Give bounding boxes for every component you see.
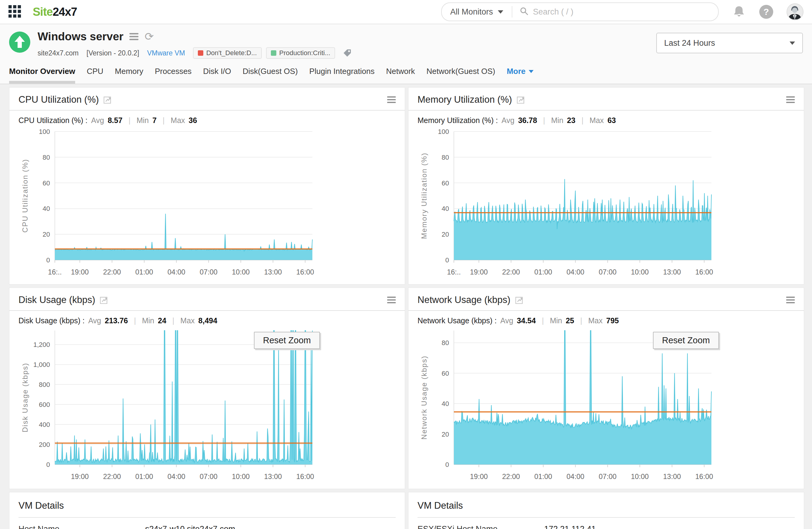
svg-text:07:00: 07:00 bbox=[599, 473, 617, 481]
monitor-title: Windows server bbox=[38, 30, 123, 43]
svg-text:01:00: 01:00 bbox=[135, 473, 153, 481]
tab-more[interactable]: More bbox=[507, 67, 533, 84]
vm-details-panel-left: VM Details Host Names24x7-w10.site24x7.c… bbox=[9, 492, 405, 529]
time-range-dropdown[interactable]: Last 24 Hours bbox=[656, 33, 803, 53]
svg-text:60: 60 bbox=[43, 179, 50, 187]
svg-text:16:00: 16:00 bbox=[695, 268, 713, 276]
svg-text:40: 40 bbox=[442, 400, 449, 408]
chevron-down-icon bbox=[789, 42, 795, 45]
monitor-tag[interactable]: Production:Criti... bbox=[266, 47, 335, 59]
search-placeholder: Search ( / ) bbox=[533, 7, 574, 17]
chevron-down-icon bbox=[498, 10, 503, 14]
svg-text:01:00: 01:00 bbox=[535, 473, 552, 481]
svg-text:07:00: 07:00 bbox=[200, 473, 218, 481]
chart-stats: Disk Usage (kbps) : Avg213.76 | Min24 | … bbox=[10, 311, 405, 326]
stats-metric: Memory Utilization (%) : bbox=[418, 116, 498, 125]
tab-network-guest-os[interactable]: Network(Guest OS) bbox=[426, 67, 495, 84]
vm-detail-row: ESX/ESXi Host Name172.21.112.41 bbox=[418, 518, 795, 529]
panel-title: CPU Utilization (%) bbox=[18, 94, 99, 105]
memory-chart[interactable]: 02040608010016:..19:0022:0001:0004:0007:… bbox=[418, 127, 795, 282]
svg-text:07:00: 07:00 bbox=[200, 268, 218, 276]
tab-memory[interactable]: Memory bbox=[115, 67, 143, 84]
vm-detail-value: 172.21.112.41 bbox=[544, 525, 596, 529]
svg-text:20: 20 bbox=[43, 231, 50, 238]
stats-metric: Network Usage (kbps) : bbox=[418, 316, 497, 325]
vm-detail-label: Host Name bbox=[18, 525, 145, 529]
stats-max: 36 bbox=[189, 116, 197, 125]
stats-max: 8,494 bbox=[199, 316, 218, 325]
monitor-scope-label: All Monitors bbox=[450, 7, 493, 17]
tag-color-swatch bbox=[198, 50, 203, 56]
cpu-chart[interactable]: 02040608010016:..19:0022:0001:0004:0007:… bbox=[18, 127, 396, 282]
monitor-tabs: Monitor OverviewCPUMemoryProcessesDisk I… bbox=[9, 67, 803, 84]
expand-chart-icon[interactable] bbox=[100, 296, 108, 304]
dashboard-grid: CPU Utilization (%) CPU Utilization (%) … bbox=[0, 84, 812, 529]
vm-detail-row: Host Names24x7-w10.site24x7.com bbox=[18, 518, 396, 529]
network-chart[interactable]: 02040608019:0022:0001:0004:0007:0010:001… bbox=[418, 327, 795, 486]
reset-zoom-button[interactable]: Reset Zoom bbox=[254, 332, 320, 349]
chart-menu-icon[interactable] bbox=[387, 297, 396, 303]
vmware-vm-link[interactable]: VMware VM bbox=[147, 49, 185, 57]
reset-zoom-button[interactable]: Reset Zoom bbox=[653, 332, 719, 349]
chart-menu-icon[interactable] bbox=[786, 297, 795, 303]
tab-monitor-overview[interactable]: Monitor Overview bbox=[9, 67, 75, 84]
disk-chart[interactable]: 02004006008001,0001,20019:0022:0001:0004… bbox=[18, 327, 396, 486]
tag-color-swatch bbox=[271, 50, 276, 56]
svg-text:22:00: 22:00 bbox=[103, 268, 121, 276]
tab-cpu[interactable]: CPU bbox=[87, 67, 103, 84]
user-avatar[interactable] bbox=[786, 3, 803, 20]
stats-min: 24 bbox=[158, 316, 166, 325]
memory-utilization-panel: Memory Utilization (%) Memory Utilizatio… bbox=[408, 87, 804, 284]
svg-text:200: 200 bbox=[39, 441, 50, 449]
svg-text:16:..: 16:.. bbox=[48, 268, 62, 276]
stats-min: 25 bbox=[566, 316, 574, 325]
stats-metric: CPU Utilization (%) : bbox=[18, 116, 88, 125]
monitor-menu-icon[interactable] bbox=[129, 33, 139, 40]
svg-text:04:00: 04:00 bbox=[168, 473, 185, 481]
notifications-bell-icon[interactable] bbox=[732, 5, 746, 19]
apps-grid-icon[interactable] bbox=[9, 5, 22, 18]
search-input[interactable]: Search ( / ) bbox=[512, 7, 718, 17]
svg-text:600: 600 bbox=[39, 401, 50, 408]
refresh-icon[interactable]: ⟳ bbox=[145, 30, 154, 43]
monitor-scope-dropdown[interactable]: All Monitors bbox=[442, 7, 512, 17]
tag-icon[interactable] bbox=[343, 49, 351, 57]
svg-text:10:00: 10:00 bbox=[631, 268, 649, 276]
svg-text:100: 100 bbox=[438, 128, 449, 135]
stats-min: 23 bbox=[567, 116, 575, 125]
monitor-tag[interactable]: Don't_Delete:D... bbox=[193, 47, 262, 59]
monitor-tags: Don't_Delete:D...Production:Criti... bbox=[193, 47, 335, 59]
svg-text:01:00: 01:00 bbox=[135, 268, 153, 276]
svg-text:1,000: 1,000 bbox=[33, 361, 50, 368]
svg-text:20: 20 bbox=[442, 430, 449, 438]
svg-text:01:00: 01:00 bbox=[535, 268, 552, 276]
svg-text:07:00: 07:00 bbox=[599, 268, 617, 276]
svg-text:16:00: 16:00 bbox=[296, 268, 314, 276]
chart-menu-icon[interactable] bbox=[387, 96, 396, 103]
tab-network[interactable]: Network bbox=[386, 67, 415, 84]
vm-details-title: VM Details bbox=[418, 493, 795, 518]
tab-plugin-integrations[interactable]: Plugin Integrations bbox=[309, 67, 375, 84]
svg-text:22:00: 22:00 bbox=[502, 268, 520, 276]
help-icon[interactable]: ? bbox=[759, 5, 773, 19]
chart-stats: CPU Utilization (%) : Avg8.57 | Min7 | M… bbox=[10, 111, 405, 126]
svg-text:80: 80 bbox=[442, 153, 449, 161]
site24x7-logo[interactable]: Site24x7 bbox=[33, 5, 77, 18]
svg-text:20: 20 bbox=[442, 231, 449, 238]
top-bar: Site24x7 All Monitors Search ( / ) ? bbox=[0, 0, 812, 24]
chart-menu-icon[interactable] bbox=[786, 96, 795, 103]
tab-disk-io[interactable]: Disk I/O bbox=[203, 67, 231, 84]
tab-disk-guest-os[interactable]: Disk(Guest OS) bbox=[243, 67, 298, 84]
stats-max: 795 bbox=[606, 316, 619, 325]
stats-avg: 36.78 bbox=[518, 116, 537, 125]
svg-text:16:00: 16:00 bbox=[296, 473, 314, 481]
svg-text:04:00: 04:00 bbox=[567, 473, 584, 481]
chart-stats: Memory Utilization (%) : Avg36.78 | Min2… bbox=[408, 111, 804, 126]
svg-text:80: 80 bbox=[442, 339, 449, 347]
expand-chart-icon[interactable] bbox=[104, 96, 112, 104]
svg-text:04:00: 04:00 bbox=[567, 268, 584, 276]
stats-avg: 213.76 bbox=[105, 316, 128, 325]
expand-chart-icon[interactable] bbox=[517, 96, 525, 104]
expand-chart-icon[interactable] bbox=[516, 296, 523, 304]
tab-processes[interactable]: Processes bbox=[155, 67, 191, 84]
